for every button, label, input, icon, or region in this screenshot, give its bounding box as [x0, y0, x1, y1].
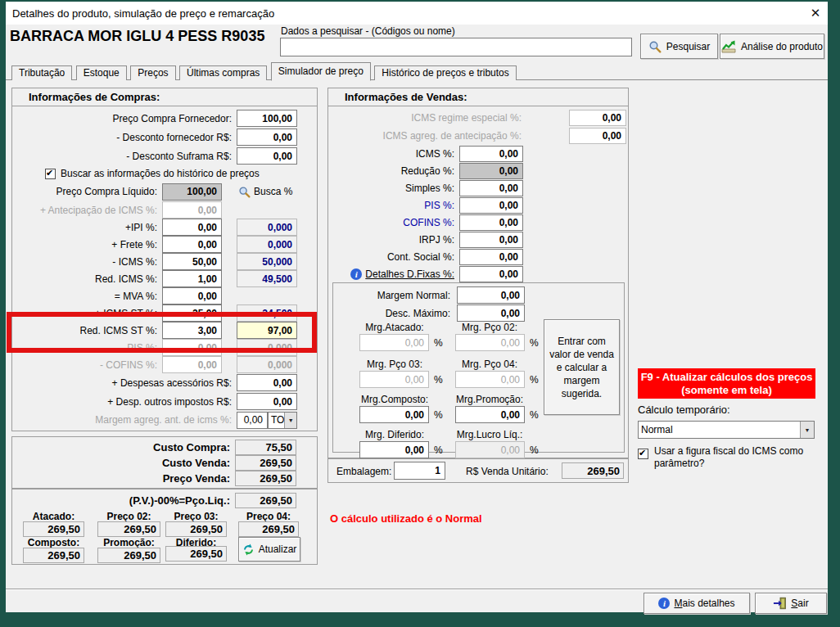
mais-detalhes-button[interactable]: i Mais detalhes [644, 593, 750, 614]
desp-outros-impostos-input[interactable]: 0,00 [237, 393, 297, 410]
figura-fiscal-checkbox[interactable] [638, 449, 648, 459]
cont-social-label: Cont. Social %: [328, 251, 459, 263]
search-input[interactable] [280, 38, 632, 56]
mrg-composto-input[interactable]: 0,00 [359, 406, 429, 423]
tab-estoque[interactable]: Estoque [76, 65, 127, 80]
red-icms-calc-field: 49,500 [237, 270, 297, 287]
percent-sign: % [530, 337, 539, 349]
margem-normal-label: Margem Normal: [377, 290, 450, 301]
row-detalhes-dfixas: i Detalhes D.Fixas %: 0,00 [328, 265, 628, 282]
atualizar-button[interactable]: Atualizar [238, 537, 300, 562]
desc-maximo-label: Desc. Máximo: [386, 308, 450, 319]
pcf-label: Preço Compra Fornecedor: [12, 113, 237, 124]
cont-social-input[interactable]: 0,00 [459, 249, 523, 265]
row-desconto-suframa: - Desconto Suframa R$: 0,00 [12, 147, 317, 165]
pv-liq-label: (P.V.)-00%=Pço.Liq.: [129, 494, 230, 507]
preco04-field: 269,50 [238, 521, 299, 537]
row-desp-outros-impostos: + Desp. outros impostos R$: 0,00 [12, 392, 317, 411]
embalagem-input[interactable]: 1 [394, 462, 445, 480]
red-icms-st-input[interactable]: 3,00 [162, 322, 222, 339]
pcf-input[interactable]: 100,00 [237, 110, 297, 127]
irpj-input[interactable]: 0,00 [459, 232, 523, 248]
tab-historico[interactable]: Histórico de preços e tributos [374, 65, 516, 80]
row-irpj: IRPJ %: 0,00 [328, 231, 628, 248]
mrg-lucro-liq-field: 0,00 [455, 441, 525, 458]
cofins-label: - COFINS %: [12, 359, 162, 371]
row-icms-agreg-antecipacao: ICMS agreg. de antecipação %: 0,00 [328, 127, 628, 145]
desconto-suframa-input[interactable]: 0,00 [237, 147, 297, 165]
mva-input[interactable]: 0,00 [162, 287, 222, 304]
pesquisar-button[interactable]: Pesquisar [640, 34, 718, 59]
vendas-icms-label: ICMS %: [328, 148, 459, 160]
preco02-header: Preço 02: [97, 511, 160, 522]
mrg-pco02-label: Mrg. Pço 02: [462, 322, 517, 333]
despesas-acessorios-input[interactable]: 0,00 [237, 374, 297, 391]
margem-agreg-uf-dropdown[interactable]: TO ▼ [268, 412, 297, 429]
icms-regime-especial-input: 0,00 [569, 110, 626, 126]
desc-maximo-input[interactable]: 0,00 [457, 304, 525, 322]
frete-input[interactable]: 0,00 [162, 236, 222, 253]
row-icms: - ICMS %: 50,00 50,000 [12, 253, 317, 270]
refresh-icon [242, 544, 255, 556]
detalhes-dfixas-input[interactable]: 0,00 [459, 266, 523, 282]
icms-st-input[interactable]: 25,00 [162, 304, 222, 322]
mva-label: = MVA %: [12, 291, 162, 302]
pis-label: - PIS %: [12, 342, 162, 354]
tab-tributacao[interactable]: Tributação [11, 65, 72, 80]
row-red-icms: Red. ICMS %: 1,00 49,500 [12, 270, 317, 287]
main-content: Informações de Compras: Preço Compra For… [6, 80, 828, 612]
simples-label: Simples %: [328, 183, 459, 194]
tab-precos[interactable]: Preços [130, 65, 175, 80]
icms-input[interactable]: 50,00 [162, 253, 222, 270]
entrar-valor-venda-button[interactable]: Entrar com valor de venda e calcular a m… [544, 319, 620, 415]
vendas-icms-input[interactable]: 0,00 [459, 146, 523, 162]
header: BARRACA MOR IGLU 4 PESS R9035 Dados a pe… [6, 25, 828, 62]
promocao-header: Promoção: [97, 537, 160, 548]
f9-atualizar-banner[interactable]: F9 - Atualizar cálculos dos preços (some… [638, 368, 815, 399]
row-despesas-acessorios: + Despesas acessórios R$: 0,00 [12, 373, 317, 392]
mrg-pco03-input: 0,00 [359, 371, 429, 388]
frete-calc-field: 0,000 [237, 236, 297, 253]
close-icon[interactable]: ✕ [803, 6, 828, 20]
calculo-temporario-value: Normal [639, 424, 800, 435]
mrg-promocao-input[interactable]: 0,00 [455, 406, 525, 423]
red-icms-st-calc-field: 97,00 [237, 322, 297, 339]
desconto-fornecedor-input[interactable]: 0,00 [237, 129, 297, 146]
mrg-atacado-label: Mrg.Atacado: [365, 322, 423, 333]
venda-unitario-label: R$ Venda Unitário: [466, 466, 549, 477]
atacado-field: 269,50 [23, 521, 84, 537]
row-margem-agreg: Margem agreg. ant. de icms %: 0,00 TO ▼ [12, 411, 317, 429]
detalhes-dfixas-link[interactable]: Detalhes D.Fixas %: [365, 268, 454, 280]
icms-calc-field: 50,000 [237, 253, 297, 270]
venda-unitario-field: 269,50 [562, 462, 624, 479]
footer-divider [6, 589, 828, 589]
row-preco-compra-fornecedor: Preço Compra Fornecedor: 100,00 [12, 109, 317, 128]
search-icon [648, 40, 662, 53]
sair-button[interactable]: Sair [755, 593, 827, 614]
tab-ultimas-compras[interactable]: Últimas compras [179, 65, 267, 80]
ipi-input[interactable]: 0,00 [162, 219, 222, 236]
calculo-temporario-dropdown[interactable]: Normal ▼ [638, 421, 815, 439]
simples-input[interactable]: 0,00 [459, 180, 523, 196]
red-icms-input[interactable]: 1,00 [162, 270, 222, 287]
analise-produto-button[interactable]: Análise do produto [720, 34, 824, 59]
row-mva: = MVA %: 0,00 [12, 287, 317, 304]
entrar-valor-venda-label: Entrar com valor de venda e calcular a m… [548, 335, 616, 400]
vendas-cofins-input[interactable]: 0,00 [459, 214, 523, 231]
tab-strip: Tributação Estoque Preços Últimas compra… [6, 62, 828, 80]
icms-agreg-antecipacao-label: ICMS agreg. de antecipação %: [328, 130, 569, 142]
vendas-pis-input[interactable]: 0,00 [459, 197, 523, 214]
busca-pct-link[interactable]: Busca % [222, 186, 297, 198]
custo-compra-field: 75,50 [235, 440, 296, 455]
mrg-composto-label: Mrg.Composto: [361, 394, 428, 405]
margem-agreg-input[interactable]: 0,00 [237, 412, 268, 429]
tab-simulador-de-preco[interactable]: Simulador de preço [271, 62, 371, 81]
margem-normal-input[interactable]: 0,00 [457, 286, 525, 304]
vendas-cofins-label: COFINS %: [328, 217, 459, 228]
row-vendas-icms: ICMS %: 0,00 [328, 145, 628, 162]
historico-checkbox[interactable] [45, 169, 56, 179]
mrg-diferido-input[interactable]: 0,00 [359, 441, 429, 458]
preco-venda-field: 269,50 [235, 471, 296, 486]
chevron-down-icon: ▼ [284, 413, 296, 428]
antecipacao-icms-input: 0,00 [162, 201, 222, 219]
